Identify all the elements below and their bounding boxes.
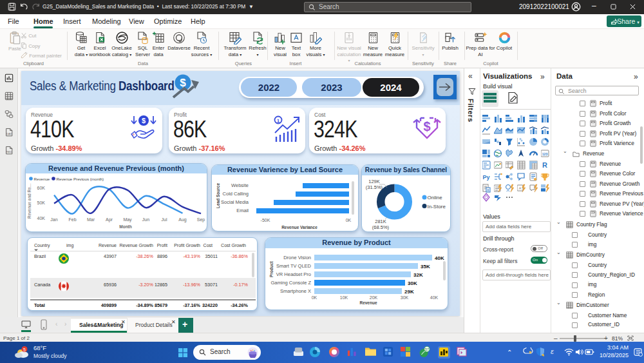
svg-text:-50K: -50K bbox=[261, 218, 270, 222]
svg-text:-34.26%: -34.26% bbox=[231, 302, 248, 308]
svg-text:123: 123 bbox=[542, 152, 547, 155]
svg-text:Email: Email bbox=[236, 208, 249, 213]
svg-text:$: $ bbox=[180, 77, 186, 89]
svg-text:-38.26%: -38.26% bbox=[136, 253, 153, 259]
svg-text:40K: 40K bbox=[430, 295, 439, 300]
svg-text:DAX: DAX bbox=[6, 132, 12, 135]
svg-text:Jul: Jul bbox=[162, 217, 167, 222]
svg-text:Revenue: Revenue bbox=[359, 300, 377, 305]
svg-text:VR Headset Pro: VR Headset Pro bbox=[276, 271, 311, 277]
svg-text:65936: 65936 bbox=[104, 282, 117, 288]
svg-text:32K: 32K bbox=[413, 272, 423, 278]
svg-text:In-Store: In-Store bbox=[428, 204, 446, 210]
svg-text:8896: 8896 bbox=[157, 253, 167, 259]
svg-text:85679: 85679 bbox=[155, 302, 167, 308]
svg-text:(68.5%): (68.5%) bbox=[372, 224, 390, 230]
svg-text:Online: Online bbox=[428, 195, 443, 201]
svg-text:Canada: Canada bbox=[34, 282, 50, 288]
svg-text:43907: 43907 bbox=[104, 253, 117, 259]
svg-text:Smartphone X: Smartphone X bbox=[280, 288, 311, 294]
svg-text:1: 1 bbox=[277, 118, 280, 124]
svg-text:Total: Total bbox=[34, 302, 45, 308]
svg-text:Gaming Console Z: Gaming Console Z bbox=[270, 280, 311, 286]
svg-text:Website: Website bbox=[231, 182, 249, 188]
svg-text:20K: 20K bbox=[370, 295, 378, 300]
svg-text:img: img bbox=[66, 243, 73, 248]
svg-text:129K: 129K bbox=[368, 179, 380, 184]
svg-text:57: 57 bbox=[425, 348, 429, 351]
svg-text:Aug: Aug bbox=[178, 217, 187, 222]
svg-text:Product: Product bbox=[269, 261, 274, 277]
svg-text:Revenue and Re...: Revenue and Re... bbox=[27, 184, 32, 219]
svg-text:281K: 281K bbox=[375, 219, 386, 224]
svg-text:Revenue Variance: Revenue Variance bbox=[281, 225, 317, 230]
svg-text:Smart TV QLED: Smart TV QLED bbox=[276, 263, 312, 269]
svg-text:A: A bbox=[519, 186, 522, 190]
svg-text:Feb: Feb bbox=[68, 217, 76, 222]
svg-text:-36.86%: -36.86% bbox=[231, 253, 248, 259]
svg-text:-43.19%: -43.19% bbox=[183, 253, 200, 259]
svg-text:53071: 53071 bbox=[205, 282, 218, 288]
svg-text:(31.5%): (31.5%) bbox=[366, 184, 383, 190]
svg-text:Profit: Profit bbox=[157, 243, 167, 248]
svg-text:30K: 30K bbox=[401, 295, 409, 300]
svg-text:$: $ bbox=[142, 117, 146, 124]
svg-text:60K: 60K bbox=[37, 186, 46, 190]
svg-text:Apr: Apr bbox=[106, 217, 113, 222]
svg-text:Revenue Previous (month): Revenue Previous (month) bbox=[57, 177, 104, 181]
svg-text:50K: 50K bbox=[37, 201, 46, 205]
svg-text:Jan: Jan bbox=[50, 217, 57, 222]
svg-text:Social Media: Social Media bbox=[221, 199, 249, 205]
svg-text:0K: 0K bbox=[312, 295, 317, 300]
svg-text:324220: 324220 bbox=[202, 302, 218, 308]
svg-text:Sep: Sep bbox=[197, 217, 205, 222]
svg-text:409899: 409899 bbox=[101, 302, 117, 308]
svg-text:Brazil: Brazil bbox=[34, 253, 46, 259]
svg-text:35011: 35011 bbox=[205, 253, 218, 259]
svg-text:Cold Calling: Cold Calling bbox=[223, 191, 249, 197]
svg-text:5: 5 bbox=[23, 348, 26, 352]
svg-text:-3.20%: -3.20% bbox=[138, 282, 153, 288]
svg-text:TMDL: TMDL bbox=[6, 151, 12, 153]
svg-text:R: R bbox=[542, 161, 547, 169]
svg-text:40K: 40K bbox=[37, 216, 46, 221]
svg-text:Cost: Cost bbox=[204, 243, 213, 248]
svg-text:35K: 35K bbox=[421, 264, 430, 270]
svg-text:Mar: Mar bbox=[87, 217, 95, 222]
svg-text:30K: 30K bbox=[408, 280, 417, 286]
svg-text:0K: 0K bbox=[346, 218, 352, 222]
svg-text:-34.89%: -34.89% bbox=[136, 302, 153, 308]
svg-text:-0.17%: -0.17% bbox=[233, 282, 248, 288]
svg-text:Month: Month bbox=[119, 224, 132, 229]
svg-text:Revenue Growth: Revenue Growth bbox=[119, 243, 153, 248]
svg-text:29K: 29K bbox=[404, 289, 414, 295]
svg-text:May: May bbox=[123, 217, 132, 222]
svg-text:12865: 12865 bbox=[155, 282, 167, 288]
svg-text:-13.96%: -13.96% bbox=[183, 282, 200, 288]
svg-text:Drone Vision: Drone Vision bbox=[283, 255, 311, 260]
svg-text:40K: 40K bbox=[435, 255, 444, 261]
svg-text:Lead Source: Lead Source bbox=[216, 183, 220, 208]
svg-text:Revenue: Revenue bbox=[99, 243, 117, 248]
svg-text:Py: Py bbox=[482, 174, 489, 181]
svg-text:Jun: Jun bbox=[142, 217, 149, 222]
svg-text:10K: 10K bbox=[340, 295, 348, 300]
svg-text:$: $ bbox=[423, 119, 430, 133]
svg-text:-37.16%: -37.16% bbox=[183, 302, 200, 308]
svg-text:Country: Country bbox=[34, 243, 50, 248]
svg-text:Cost Growth: Cost Growth bbox=[221, 243, 246, 248]
svg-text:Revenue: Revenue bbox=[34, 177, 50, 181]
svg-text:Profit Growth: Profit Growth bbox=[174, 243, 200, 248]
